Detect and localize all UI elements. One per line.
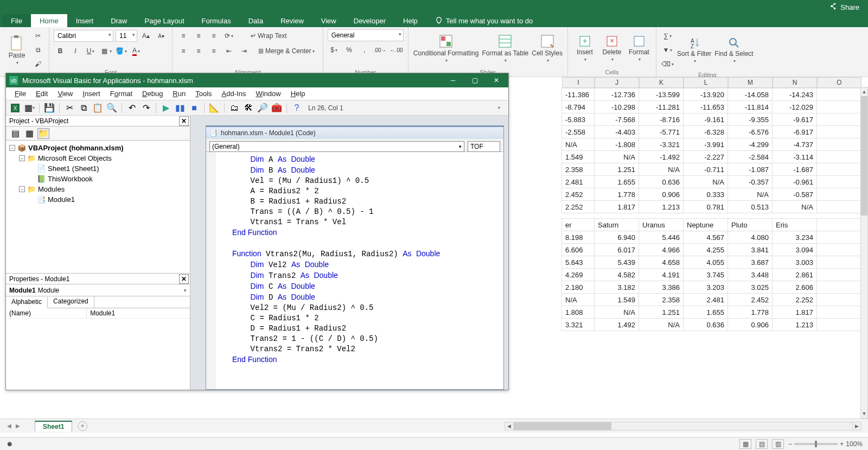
cell[interactable]: 4.658 [639,256,684,269]
sheet-nav-prev[interactable]: ◀ [5,422,13,430]
project-tree[interactable]: −📦VBAProject (hohmann.xlsm) −📁Microsoft … [6,141,190,273]
align-left-button[interactable]: ≡ [177,45,190,58]
cell[interactable]: -3.114 [773,151,817,163]
cell[interactable]: 3.745 [684,269,728,281]
cell[interactable]: -14.058 [728,88,773,101]
cell[interactable]: 5.643 [562,256,595,269]
underline-button[interactable]: U▾ [84,45,97,58]
cell[interactable]: N/A [728,188,773,201]
cell[interactable]: 1.213 [639,201,684,213]
vbe-menu-tools[interactable]: Tools [191,88,216,99]
cell[interactable]: N/A [595,306,639,319]
tab-insert[interactable]: Insert [67,14,103,27]
indent-increase-button[interactable]: ⇥ [238,45,251,58]
autosum-button[interactable]: ∑▾ [661,29,674,42]
vbe-maximize-button[interactable]: ▢ [466,74,483,86]
cell[interactable] [817,306,861,319]
align-center-button[interactable]: ≡ [192,45,205,58]
cell[interactable]: 3.841 [728,244,773,256]
cut-button[interactable]: ✂ [31,29,44,42]
cell[interactable]: -2.558 [562,126,595,138]
cell[interactable]: 1.213 [773,319,817,331]
vbe-close-button[interactable]: ✕ [488,74,505,86]
cell[interactable] [817,88,861,101]
properties-tab-categorized[interactable]: Categorized [48,296,94,308]
cell[interactable]: -14.243 [773,88,817,101]
hscroll-thumb[interactable] [514,422,611,430]
cell[interactable]: 2.606 [773,281,817,294]
cell[interactable]: N/A [562,294,595,306]
cell[interactable]: N/A [773,201,817,213]
cell[interactable]: -1.808 [595,138,639,151]
align-middle-button[interactable]: ≡ [192,29,205,42]
format-as-table-button[interactable]: Format as Table▾ [481,29,529,67]
horizontal-scrollbar[interactable]: ◀ ▶ [505,422,861,430]
cell[interactable]: -2.227 [684,151,728,163]
code-procedure-dropdown[interactable]: TOF [468,141,500,152]
cell[interactable] [817,126,861,138]
share-button[interactable]: Share [829,3,859,11]
cell[interactable]: 1.817 [773,306,817,319]
bold-button[interactable]: B [54,45,67,58]
cell[interactable]: -1.492 [639,151,684,163]
vbe-find-button[interactable]: 🔍 [106,102,118,114]
vbe-toolbox-button[interactable]: 🧰 [271,102,283,114]
project-pane-close-button[interactable]: ✕ [179,116,189,126]
properties-object-select[interactable]: Module1 Module ▾ [6,284,190,296]
cell[interactable]: 1.655 [684,306,728,319]
cell[interactable]: 2.252 [562,201,595,213]
cell[interactable]: -0.711 [684,163,728,176]
vbe-titlebar[interactable]: vb Microsoft Visual Basic for Applicatio… [6,73,508,87]
cell[interactable] [817,138,861,151]
view-object-button[interactable]: ▦ [23,128,35,139]
properties-list[interactable]: (Name)Module1 [6,308,190,390]
tree-thisworkbook[interactable]: ThisWorkbook [48,175,93,183]
cell[interactable]: -13.599 [639,88,684,101]
vbe-menu-insert[interactable]: Insert [78,88,105,99]
cell[interactable] [817,101,861,113]
add-sheet-button[interactable]: ＋ [78,421,87,431]
vbe-design-mode-button[interactable]: 📐 [208,102,220,114]
percent-button[interactable]: % [343,43,356,56]
cell[interactable]: 1.549 [595,294,639,306]
fill-color-button[interactable]: 🪣▾ [114,45,127,58]
cell[interactable]: -10.298 [595,101,639,113]
decimal-increase-button[interactable]: .00→ [373,43,387,56]
cell[interactable]: 4.191 [639,269,684,281]
zoom-out-button[interactable]: − [788,440,792,448]
cell[interactable]: 2.452 [728,294,773,306]
cell[interactable] [817,151,861,163]
cell[interactable]: 1.492 [595,319,639,331]
indent-decrease-button[interactable]: ⇤ [222,45,235,58]
cell[interactable]: -7.568 [595,113,639,126]
cell[interactable]: 1.817 [595,201,639,213]
font-size-select[interactable] [116,30,137,42]
cell[interactable] [817,176,861,188]
cell[interactable] [817,256,861,269]
format-painter-button[interactable]: 🖌 [31,58,44,71]
cell[interactable]: -6.576 [728,126,773,138]
column-header[interactable]: L [684,77,728,88]
cell[interactable] [817,231,861,244]
cell[interactable]: -5.771 [639,126,684,138]
scroll-right-button[interactable]: ▶ [852,422,861,430]
cell[interactable]: 8.198 [562,231,595,244]
cell[interactable]: -1.087 [728,163,773,176]
cell[interactable]: -4.403 [595,126,639,138]
column-header[interactable]: O [817,77,861,88]
vbe-run-button[interactable]: ▶ [160,102,172,114]
cell[interactable]: -4.299 [728,138,773,151]
cell[interactable]: 1.549 [562,151,595,163]
cell[interactable]: -8.794 [562,101,595,113]
insert-cells-button[interactable]: +Insert▾ [572,29,597,67]
cell[interactable]: 3.687 [728,256,773,269]
cell[interactable]: 4.080 [728,231,773,244]
cell[interactable]: 4.582 [595,269,639,281]
cell[interactable]: 3.234 [773,231,817,244]
cell[interactable]: Pluto [728,219,773,231]
tree-sheet1[interactable]: Sheet1 (Sheet1) [48,164,99,173]
align-top-button[interactable]: ≡ [177,29,190,42]
align-right-button[interactable]: ≡ [207,45,220,58]
vbe-toolbar-overflow[interactable]: ▾ [493,102,505,114]
cell[interactable]: -1.687 [773,163,817,176]
